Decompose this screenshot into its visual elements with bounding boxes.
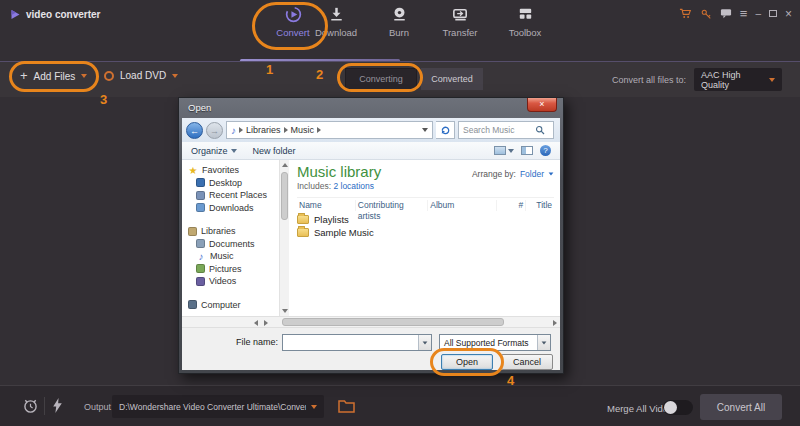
annotation-number-2: 2: [316, 67, 323, 82]
tab-burn[interactable]: Burn: [368, 5, 430, 38]
maximize-icon[interactable]: [769, 10, 777, 17]
organize-menu[interactable]: Organize: [191, 146, 237, 156]
breadcrumb-dropdown-icon[interactable]: [422, 128, 428, 132]
change-view-caret-icon[interactable]: [508, 149, 514, 153]
videos-label: Videos: [209, 276, 236, 286]
search-field[interactable]: [458, 121, 554, 139]
tab-toolbox[interactable]: Toolbox: [494, 5, 556, 38]
tab-converting[interactable]: Converting: [345, 68, 417, 90]
search-input[interactable]: [463, 125, 535, 135]
search-icon[interactable]: [535, 125, 545, 135]
sidebar-item-videos[interactable]: Videos: [182, 275, 279, 288]
list-item-playlists[interactable]: Playlists: [297, 213, 554, 226]
breadcrumb-arrow-icon[interactable]: [317, 127, 321, 133]
cart-icon[interactable]: [679, 7, 692, 20]
convert-all-files-label: Convert all files to:: [612, 75, 686, 85]
breadcrumb-item-music[interactable]: Music: [291, 125, 315, 135]
open-button[interactable]: Open: [441, 354, 493, 370]
file-name-input[interactable]: [285, 336, 415, 349]
high-speed-icon[interactable]: [52, 398, 63, 413]
sidebar-item-downloads[interactable]: Downloads: [182, 202, 279, 215]
videos-icon: [196, 277, 205, 286]
column-album[interactable]: Album: [428, 200, 497, 211]
column-name[interactable]: Name: [297, 200, 356, 211]
scrollbar-thumb[interactable]: [282, 318, 504, 326]
output-path-dropdown[interactable]: D:\Wondershare Video Converter Ultimate\…: [112, 395, 324, 418]
breadcrumb-item-libraries[interactable]: Libraries: [246, 125, 281, 135]
list-item-sample-music[interactable]: Sample Music: [297, 227, 554, 240]
breadcrumb-arrow-icon[interactable]: [284, 127, 288, 133]
annotation-number-1: 1: [266, 62, 273, 77]
scroll-right-icon[interactable]: [264, 320, 268, 326]
chevron-down-icon: [542, 341, 547, 344]
menu-icon[interactable]: ≡: [740, 9, 748, 19]
address-bar: ← → ♪ Libraries Music: [182, 118, 560, 142]
scroll-up-icon[interactable]: [282, 163, 288, 167]
schedule-clock-icon[interactable]: [22, 397, 39, 414]
forward-button[interactable]: →: [206, 122, 223, 139]
sidebar-item-music[interactable]: ♪ Music: [182, 250, 279, 263]
horizontal-scrollbar[interactable]: [182, 316, 560, 327]
tab-transfer[interactable]: Transfer: [429, 5, 491, 38]
arrange-by-caret-icon[interactable]: [549, 172, 554, 175]
arrange-by-control[interactable]: Arrange by: Folder: [472, 169, 554, 179]
star-icon: ★: [188, 166, 198, 175]
convert-icon: [284, 5, 303, 24]
add-files-caret-icon[interactable]: [81, 74, 87, 78]
dialog-toolbar: Organize New folder ?: [182, 142, 560, 160]
file-name-combobox[interactable]: [282, 334, 432, 351]
column-contributing-artists[interactable]: Contributing artists: [356, 200, 428, 211]
arrange-by-value[interactable]: Folder: [520, 169, 544, 179]
file-type-dropdown[interactable]: All Supported Formats: [439, 334, 551, 351]
tab-converted[interactable]: Converted: [421, 68, 483, 90]
sidebar-item-recent-places[interactable]: Recent Places: [182, 189, 279, 202]
sidebar-item-pictures[interactable]: Pictures: [182, 263, 279, 276]
locations-link[interactable]: 2 locations: [333, 181, 374, 191]
file-name-dropdown-button[interactable]: [418, 335, 431, 350]
new-folder-button[interactable]: New folder: [253, 146, 296, 156]
music-label: Music: [210, 251, 234, 261]
scroll-down-icon[interactable]: [282, 309, 288, 313]
load-dvd-button[interactable]: Load DVD: [104, 70, 178, 81]
minimize-icon[interactable]: –: [755, 9, 761, 19]
breadcrumb-arrow-icon[interactable]: [239, 127, 243, 133]
convert-all-button[interactable]: Convert All: [700, 394, 782, 420]
key-icon[interactable]: [700, 8, 712, 20]
load-dvd-caret-icon[interactable]: [172, 74, 178, 78]
refresh-button[interactable]: [436, 121, 455, 139]
help-icon[interactable]: ?: [540, 145, 551, 156]
output-label: Output: [84, 402, 111, 412]
sidebar-scrollbar[interactable]: [279, 160, 289, 316]
scrollbar-thumb[interactable]: [281, 172, 288, 220]
scroll-right-icon[interactable]: [553, 320, 557, 326]
file-type-dropdown-button[interactable]: [537, 335, 550, 350]
cancel-button[interactable]: Cancel: [501, 354, 553, 370]
toggle-knob[interactable]: [664, 401, 677, 414]
close-icon[interactable]: ×: [785, 9, 792, 19]
dialog-close-button[interactable]: ×: [527, 98, 557, 112]
add-files-button[interactable]: + Add Files: [20, 70, 87, 82]
change-view-icon[interactable]: [494, 146, 506, 155]
libraries-icon: [188, 227, 197, 236]
scroll-left-icon[interactable]: [254, 320, 258, 326]
sidebar-group-favorites[interactable]: ★ Favorites: [182, 164, 279, 177]
column-number[interactable]: #: [497, 200, 526, 211]
back-button[interactable]: ←: [186, 122, 203, 139]
breadcrumb[interactable]: ♪ Libraries Music: [226, 121, 433, 139]
sidebar-item-documents[interactable]: Documents: [182, 238, 279, 251]
feedback-bubble-icon[interactable]: [720, 8, 732, 19]
column-title[interactable]: Title: [526, 200, 554, 211]
preview-pane-icon[interactable]: [521, 146, 533, 155]
open-output-folder-icon[interactable]: [338, 399, 355, 413]
app-logo: video converter: [10, 9, 100, 20]
app-window: video converter Convert Download Burn: [0, 0, 800, 426]
tab-download[interactable]: Download: [305, 5, 367, 38]
output-format-caret-icon: [769, 78, 775, 82]
dialog-titlebar[interactable]: Open: [179, 98, 563, 118]
merge-toggle[interactable]: [663, 400, 693, 415]
sidebar-item-computer[interactable]: Computer: [182, 299, 279, 312]
output-format-dropdown[interactable]: AAC High Quality: [694, 68, 782, 91]
sidebar-item-desktop[interactable]: Desktop: [182, 177, 279, 190]
sidebar-group-libraries[interactable]: Libraries: [182, 225, 279, 238]
app-titlebar: video converter Convert Download Burn: [0, 0, 800, 62]
